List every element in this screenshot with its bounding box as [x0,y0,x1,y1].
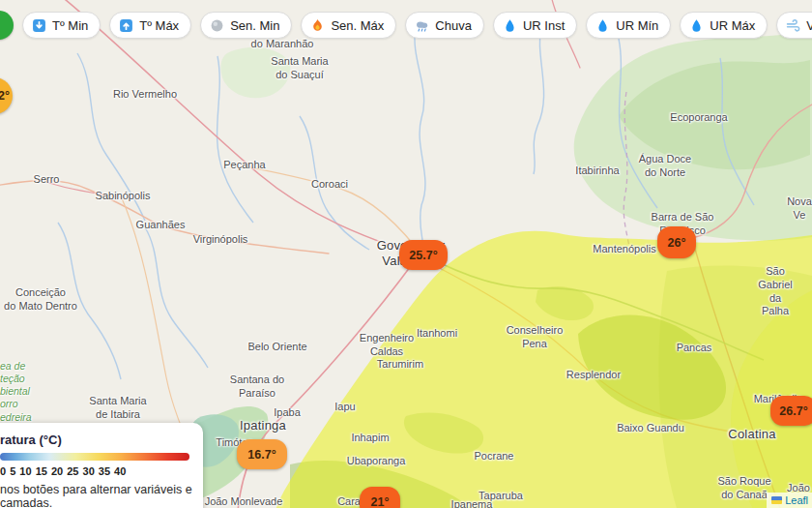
toolbar-button-label: Chuva [435,18,472,33]
leaflet-attribution-label: Leafl [785,494,808,506]
rain-cloud-icon [415,18,429,33]
frost-sphere-icon [210,18,224,33]
legend-title: ratura (°C) [0,433,193,447]
toolbar-button-temp-max[interactable]: Tº Máx [109,12,191,39]
toolbar-button-vento[interactable]: Vento [776,12,812,39]
legend-scale-ticks: 0 5 10 15 20 25 30 35 40 [0,465,193,477]
temp-marker[interactable]: 2° [0,77,13,114]
toolbar-button-ur-min[interactable]: UR Mín [586,12,671,39]
legend-hint-text: nos botões para alternar variáveis e cam… [0,483,193,508]
toolbar-button-label: UR Mín [616,18,658,33]
toolbar-button-chuva[interactable]: Chuva [405,12,484,39]
droplet-icon [689,18,704,33]
toolbar-button-ur-max[interactable]: UR Máx [680,12,768,39]
flame-icon [310,18,325,33]
toolbar-button-label: Tº Min [52,18,88,33]
temp-marker[interactable]: 21° [360,487,400,508]
toolbar-button-temp-min[interactable]: Tº Min [22,12,101,39]
toolbar-button-label: UR Inst [523,18,565,33]
toolbar-button-label: Tº Máx [139,18,179,33]
toolbar-button-label: Vento [806,18,812,33]
temp-down-icon [32,18,46,33]
droplet-icon [595,18,610,33]
weather-variable-toolbar: Tº MinTº MáxSen. MinSen. MáxChuvaUR Inst… [0,11,812,40]
temp-up-icon [119,18,133,33]
green-circle-button[interactable] [0,11,14,40]
ukraine-flag-icon [771,496,782,504]
toolbar-button-label: UR Máx [710,18,755,33]
toolbar-button-label: Sen. Min [230,18,279,33]
wind-icon [786,18,800,33]
temp-marker[interactable]: 26.7° [770,396,812,426]
temp-marker[interactable]: 25.7° [399,240,448,270]
toolbar-button-label: Sen. Máx [331,18,384,33]
toolbar-button-ur-inst[interactable]: UR Inst [493,12,577,39]
temp-marker[interactable]: 16.7° [237,439,287,469]
toolbar-button-sen-min[interactable]: Sen. Min [200,12,292,39]
legend-panel: ratura (°C) 0 5 10 15 20 25 30 35 40 nos… [0,423,203,508]
leaflet-attribution[interactable]: Leafl [767,493,812,508]
temp-marker[interactable]: 26° [657,226,696,258]
toolbar-button-sen-max[interactable]: Sen. Máx [301,12,396,39]
temperature-gradient-bar [0,453,189,461]
droplet-icon [503,18,517,33]
